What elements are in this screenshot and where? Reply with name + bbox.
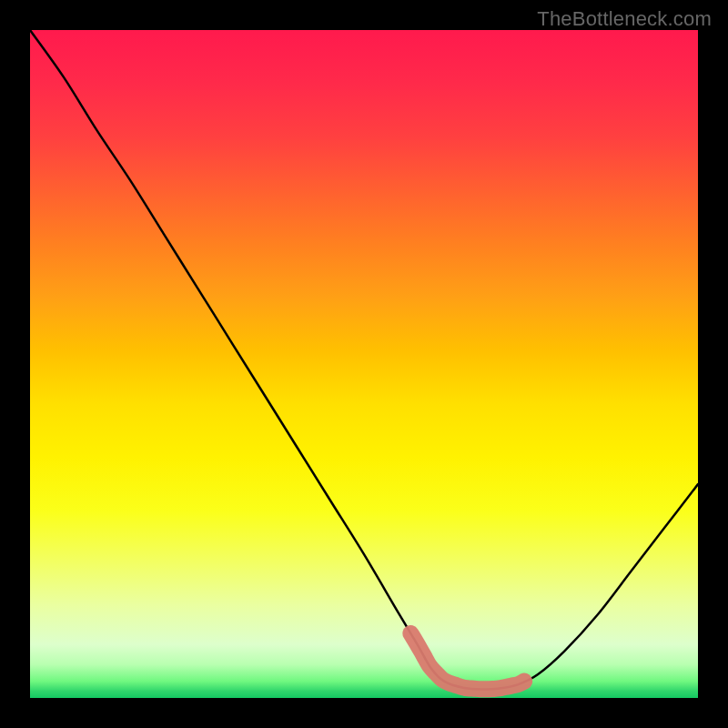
bottleneck-curve <box>30 30 698 690</box>
chart-stage: TheBottleneck.com <box>0 0 728 728</box>
optimal-range-marker <box>410 633 524 689</box>
curve-layer <box>30 30 698 698</box>
plot-area <box>30 30 698 698</box>
watermark-text: TheBottleneck.com <box>537 7 712 31</box>
